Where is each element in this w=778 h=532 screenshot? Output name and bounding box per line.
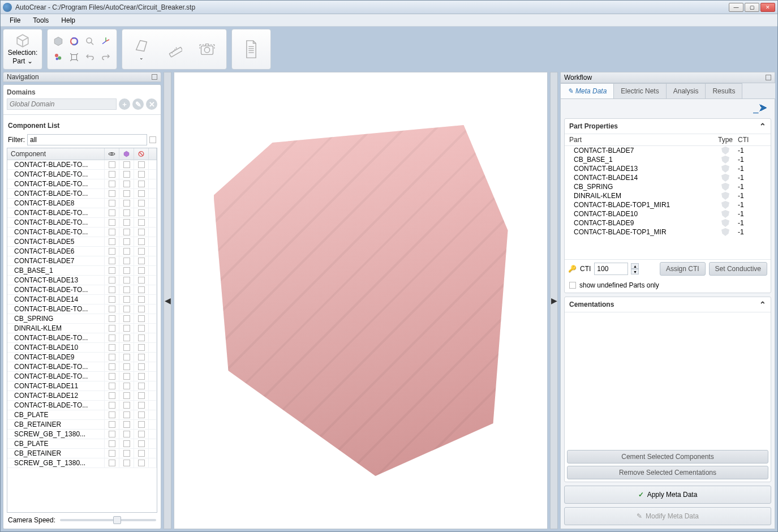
table-row[interactable]: CONTACT-BLADE7 <box>7 256 157 266</box>
undock-icon[interactable] <box>766 75 771 80</box>
table-row[interactable]: CONTACT-BLADE-TO... <box>7 228 157 237</box>
material-checkbox[interactable] <box>123 315 130 322</box>
exclude-checkbox[interactable] <box>138 344 145 351</box>
edit-domain-button[interactable]: ✎ <box>132 98 144 110</box>
material-checkbox[interactable] <box>123 190 130 197</box>
material-checkbox[interactable] <box>123 402 130 409</box>
table-row[interactable]: SCREW_GB_T_1380... <box>7 458 157 468</box>
exclude-checkbox[interactable] <box>138 383 145 389</box>
table-row[interactable]: CB_RETAINER <box>7 420 157 430</box>
table-row[interactable]: CONTACT-BLADE8 <box>7 199 157 208</box>
fit-view-icon[interactable] <box>68 51 80 63</box>
exclude-checkbox[interactable] <box>138 161 145 168</box>
visibility-checkbox[interactable] <box>109 277 115 284</box>
visibility-checkbox[interactable] <box>109 209 115 216</box>
key-icon[interactable]: 🔑 <box>568 265 577 273</box>
cti-input[interactable] <box>594 263 628 275</box>
exclude-checkbox[interactable] <box>138 334 145 341</box>
table-row[interactable]: CONTACT-BLADE9 <box>7 353 157 362</box>
table-row[interactable]: CB_RETAINER <box>7 449 157 458</box>
material-checkbox[interactable] <box>123 209 130 216</box>
table-row[interactable]: CONTACT-BLADE12 <box>7 391 157 401</box>
exclude-checkbox[interactable] <box>138 200 145 207</box>
screenshot-tool[interactable] <box>192 35 222 64</box>
material-column-icon[interactable] <box>119 148 134 160</box>
component-column-header[interactable]: Component <box>7 148 105 160</box>
exclude-checkbox[interactable] <box>138 190 145 197</box>
exclude-checkbox[interactable] <box>138 402 145 409</box>
visibility-checkbox[interactable] <box>109 421 115 428</box>
table-row[interactable]: CONTACT-BLADE-TO... <box>7 285 157 295</box>
menu-help[interactable]: Help <box>55 15 81 25</box>
visibility-checkbox[interactable] <box>109 402 115 409</box>
collapse-right-handle[interactable]: ▶ <box>550 72 558 529</box>
material-checkbox[interactable] <box>123 181 130 187</box>
material-checkbox[interactable] <box>123 171 130 178</box>
menu-file[interactable]: File <box>4 15 26 25</box>
apply-meta-data-button[interactable]: ✓ Apply Meta Data <box>564 486 771 504</box>
material-checkbox[interactable] <box>123 334 130 341</box>
visibility-checkbox[interactable] <box>109 229 115 235</box>
assign-cti-button[interactable]: Assign CTI <box>660 262 706 276</box>
global-domain-input[interactable] <box>7 98 117 110</box>
tab-electric-nets[interactable]: Electric Nets <box>613 83 666 98</box>
visibility-checkbox[interactable] <box>109 258 115 264</box>
material-checkbox[interactable] <box>123 267 130 274</box>
shade-cube-icon[interactable] <box>52 35 65 48</box>
part-properties-header[interactable]: Part Properties ⌃ <box>565 119 771 134</box>
exclude-checkbox[interactable] <box>138 258 145 264</box>
delete-domain-button[interactable]: ✕ <box>146 98 157 110</box>
table-row[interactable]: CONTACT-BLADE5 <box>7 237 157 247</box>
visibility-checkbox[interactable] <box>109 373 115 380</box>
table-row[interactable]: CONTACT-BLADE10 <box>7 343 157 353</box>
table-row[interactable]: CONTACT-BLADE-TO... <box>7 362 157 372</box>
remove-cementations-button[interactable]: Remove Selected Cementations <box>567 466 768 479</box>
modify-meta-data-button[interactable]: ✎ Modify Meta Data <box>564 507 771 525</box>
material-checkbox[interactable] <box>123 219 130 226</box>
visibility-checkbox[interactable] <box>109 315 115 322</box>
minimize-button[interactable]: — <box>729 3 743 12</box>
redo-icon[interactable] <box>100 51 112 63</box>
exclude-checkbox[interactable] <box>138 354 145 361</box>
visibility-checkbox[interactable] <box>109 219 115 226</box>
component-table[interactable]: Component CONTACT-BLADE-TO...CONTACT-BLA… <box>7 148 157 513</box>
color-wheel-icon[interactable] <box>68 35 80 48</box>
camera-speed-slider[interactable] <box>60 519 156 521</box>
visibility-checkbox[interactable] <box>109 248 115 255</box>
exclude-checkbox[interactable] <box>138 209 145 216</box>
exclude-checkbox[interactable] <box>138 450 145 457</box>
perspective-tool[interactable]: ⌄ <box>127 35 156 64</box>
material-checkbox[interactable] <box>123 392 130 399</box>
table-row[interactable]: CONTACT-BLADE-TO... <box>7 179 157 189</box>
link-icon[interactable]: ⎯⮞ <box>564 102 771 115</box>
part-row[interactable]: CONTACT-BLADE-TOP1_MIR-1 <box>565 228 771 237</box>
material-checkbox[interactable] <box>123 238 130 245</box>
visibility-checkbox[interactable] <box>109 334 115 341</box>
3d-viewport[interactable] <box>174 72 548 529</box>
exclude-checkbox[interactable] <box>138 219 145 226</box>
material-checkbox[interactable] <box>123 258 130 264</box>
table-row[interactable]: CB_PLATE <box>7 439 157 449</box>
undo-icon[interactable] <box>84 51 96 63</box>
material-checkbox[interactable] <box>123 229 130 235</box>
add-domain-button[interactable]: + <box>119 98 130 110</box>
material-checkbox[interactable] <box>123 286 130 293</box>
exclude-checkbox[interactable] <box>138 363 145 370</box>
part-row[interactable]: CONTACT-BLADE10-1 <box>565 209 771 218</box>
exclude-checkbox[interactable] <box>138 431 145 437</box>
table-row[interactable]: CONTACT-BLADE14 <box>7 295 157 304</box>
table-row[interactable]: SCREW_GB_T_1380... <box>7 430 157 439</box>
visibility-column-icon[interactable] <box>105 148 119 160</box>
axes-icon[interactable] <box>100 35 112 48</box>
table-row[interactable]: CONTACT-BLADE-TO... <box>7 304 157 314</box>
undock-icon[interactable] <box>152 74 157 80</box>
material-checkbox[interactable] <box>123 450 130 457</box>
show-undefined-checkbox[interactable] <box>569 282 576 289</box>
visibility-checkbox[interactable] <box>109 296 115 303</box>
material-checkbox[interactable] <box>123 344 130 351</box>
table-row[interactable]: CONTACT-BLADE-TO... <box>7 208 157 218</box>
exclude-checkbox[interactable] <box>138 229 145 235</box>
visibility-checkbox[interactable] <box>109 238 115 245</box>
part-row[interactable]: CONTACT-BLADE7-1 <box>565 146 771 155</box>
material-checkbox[interactable] <box>123 248 130 255</box>
